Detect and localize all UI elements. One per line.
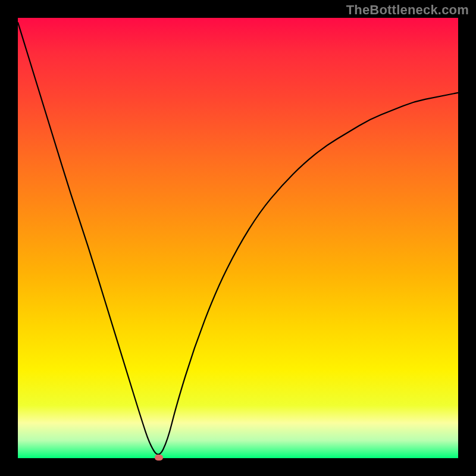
curve-svg [18,18,458,458]
chart-frame: TheBottleneck.com [0,0,476,476]
bottleneck-curve-path [18,22,458,454]
watermark-label: TheBottleneck.com [346,2,469,18]
plot-area [18,18,458,458]
optimal-point-marker [155,455,163,461]
